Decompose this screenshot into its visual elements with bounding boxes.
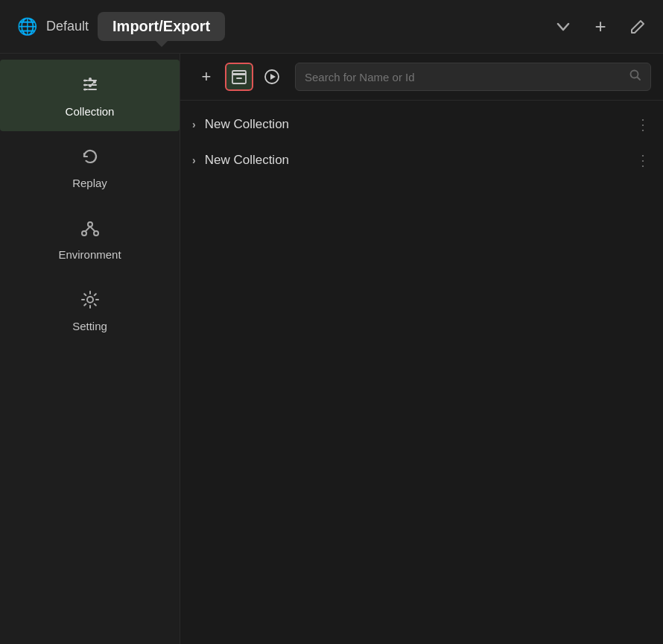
table-row[interactable]: › New Collection ⋮: [180, 107, 663, 142]
replay-icon: [80, 146, 101, 172]
header: 🌐 Default Import/Export +: [0, 0, 663, 54]
search-box: [295, 63, 651, 91]
more-menu-icon[interactable]: ⋮: [635, 117, 651, 132]
sidebar-item-setting[interactable]: Setting: [0, 274, 180, 346]
svg-point-8: [88, 222, 92, 227]
edit-icon: [629, 19, 646, 35]
add-collection-button[interactable]: +: [192, 63, 221, 91]
svg-point-1: [83, 84, 86, 86]
add-icon: +: [594, 15, 606, 38]
sidebar-item-replay-label: Replay: [72, 177, 107, 189]
add-button[interactable]: +: [587, 13, 614, 40]
collection-icon: [80, 75, 101, 101]
content-area: +: [180, 54, 663, 644]
add-collection-icon: +: [202, 69, 212, 85]
import-export-label: Import/Export: [112, 18, 210, 34]
collection-name: New Collection: [205, 117, 635, 132]
svg-marker-18: [270, 74, 276, 80]
header-actions: +: [550, 13, 651, 40]
setting-icon: [80, 289, 101, 315]
search-input[interactable]: [305, 71, 629, 83]
search-icon: [629, 69, 641, 84]
sidebar-item-environment-label: Environment: [58, 248, 121, 261]
table-row[interactable]: › New Collection ⋮: [180, 142, 663, 178]
more-menu-icon[interactable]: ⋮: [635, 153, 651, 168]
run-icon: [264, 69, 280, 85]
svg-point-4: [89, 78, 92, 80]
run-all-button[interactable]: [258, 63, 286, 91]
sidebar-item-collection-label: Collection: [66, 105, 115, 118]
svg-line-11: [86, 227, 90, 231]
chevron-right-icon: ›: [192, 119, 196, 130]
sidebar-item-collection[interactable]: Collection: [0, 60, 180, 131]
collection-name: New Collection: [205, 153, 635, 168]
import-export-button[interactable]: [225, 63, 253, 91]
environment-icon: [80, 218, 101, 244]
svg-point-0: [83, 80, 86, 82]
collections-list: › New Collection ⋮ › New Collection ⋮: [180, 101, 663, 184]
import-export-popup: Import/Export: [98, 12, 225, 41]
svg-point-10: [94, 231, 98, 236]
globe-icon: 🌐: [12, 12, 42, 42]
edit-button[interactable]: [624, 13, 651, 40]
toolbar: +: [180, 54, 663, 101]
svg-line-20: [638, 78, 641, 80]
main-layout: Collection Replay: [0, 54, 663, 644]
svg-point-13: [87, 297, 93, 303]
chevron-down-button[interactable]: [550, 13, 577, 40]
sidebar-item-replay[interactable]: Replay: [0, 131, 180, 203]
sidebar: Collection Replay: [0, 54, 180, 644]
svg-point-2: [83, 89, 86, 91]
svg-point-9: [82, 231, 86, 236]
chevron-right-icon: ›: [192, 154, 196, 166]
svg-line-12: [90, 227, 95, 231]
workspace-label[interactable]: Default: [46, 19, 89, 34]
sidebar-item-environment[interactable]: Environment: [0, 203, 180, 274]
sidebar-item-setting-label: Setting: [72, 320, 107, 332]
chevron-down-icon: [555, 19, 571, 35]
svg-rect-15: [232, 71, 246, 75]
import-export-icon: [231, 69, 247, 85]
